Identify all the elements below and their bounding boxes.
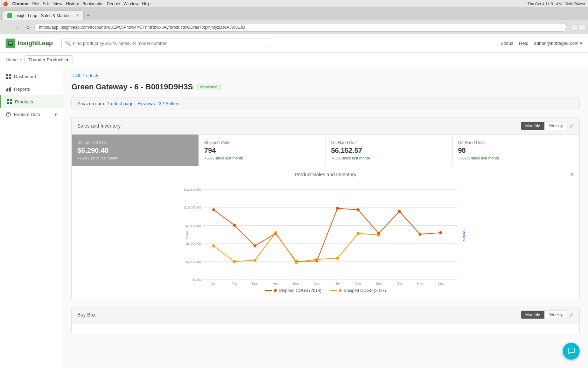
chart-menu-button[interactable]: ≡: [570, 172, 574, 178]
monitored-badge: Monitored: [197, 84, 220, 90]
svg-text:Feb: Feb: [231, 281, 237, 285]
os-menu-items: File Edit View History Bookmarks People …: [32, 1, 150, 6]
point-2017-7: [357, 232, 360, 235]
section-header-sales: Sales and Inventory Monthly Weekly ⤢: [72, 117, 579, 135]
sidebar-item-products[interactable]: Products: [0, 95, 63, 108]
url-text: https://app.insightleap.com/accounts/uUE…: [39, 25, 562, 30]
buy-box-content-placeholder: [72, 323, 579, 334]
dashboard-icon: [6, 74, 11, 79]
point-2018-0: [212, 208, 215, 211]
weekly-toggle-button[interactable]: Weekly: [545, 122, 567, 130]
point-2017-0: [212, 244, 215, 247]
legend-line-2018: [265, 290, 272, 291]
svg-rect-11: [7, 102, 9, 104]
stat-value-on-hand-units: 98: [458, 146, 574, 155]
svg-rect-5: [6, 89, 7, 91]
bookmarks-menu[interactable]: Bookmarks: [83, 1, 104, 6]
stat-value-shipped-cogs: $6,290.48: [77, 146, 193, 155]
amazon-links-bar: Amazon.com: Product page - Reviews - 3P …: [71, 97, 580, 110]
svg-text:Jan: Jan: [211, 281, 217, 285]
edit-menu[interactable]: Edit: [43, 1, 50, 6]
back-button[interactable]: ‹: [3, 23, 11, 32]
svg-text:Inventory: Inventory: [463, 228, 467, 242]
point-2018-2: [253, 244, 257, 247]
chat-button[interactable]: [563, 343, 580, 360]
search-icon: 🔍: [65, 41, 71, 46]
browser-nav-bar: ‹ › ↻ https://app.insightleap.com/accoun…: [0, 20, 588, 34]
stat-change-shipped-units: +65% since last month: [204, 156, 320, 160]
forward-button[interactable]: ›: [13, 23, 22, 32]
apple-menu[interactable]: 🍎: [3, 1, 8, 6]
header-right: Status Help admin@bottega8.com ▾: [500, 41, 582, 46]
stat-change-on-hand-units: +367% since last month: [458, 156, 574, 160]
explore-icon: [6, 111, 11, 117]
svg-rect-12: [10, 102, 12, 104]
buy-box-weekly-toggle[interactable]: Weekly: [545, 311, 567, 319]
stats-row: Shipped COGS $6,290.48 +163% since last …: [72, 135, 579, 166]
monthly-toggle-button[interactable]: Monthly: [521, 122, 545, 130]
point-2017-6: [336, 257, 339, 260]
help-link[interactable]: Help: [519, 41, 528, 46]
products-icon: [7, 99, 12, 104]
stat-on-hand-cost: On Hand Cost $6,152.57 +68% since last m…: [326, 135, 453, 166]
ext-icon-2: [579, 24, 585, 30]
url-bar[interactable]: https://app.insightleap.com/accounts/uUE…: [34, 23, 567, 32]
app-container: InsightLeap 🔍 Status Help admin@bottega8…: [0, 34, 588, 368]
logo-icon: [6, 39, 15, 48]
svg-rect-8: [10, 87, 11, 91]
app-header: InsightLeap 🔍 Status Help admin@bottega8…: [0, 34, 588, 53]
browser-extensions: [571, 24, 585, 30]
back-to-products-link[interactable]: < All Products: [71, 73, 580, 78]
buy-box-expand-button[interactable]: ⤢: [569, 312, 574, 318]
app-name[interactable]: Chrome: [12, 1, 28, 6]
point-2018-9: [398, 210, 401, 213]
svg-text:$12,500.00: $12,500.00: [184, 188, 201, 191]
point-2017-5: [315, 258, 318, 261]
main-layout: Dashboard Reports Products Exp: [0, 67, 588, 368]
3p-sellers-link[interactable]: 3P Sellers: [159, 101, 180, 106]
stat-label-on-hand-cost: On Hand Cost: [331, 140, 447, 145]
people-menu[interactable]: People: [107, 1, 120, 6]
svg-text:Jun: Jun: [314, 281, 320, 285]
tab-close-button[interactable]: ✕: [76, 13, 79, 18]
status-link[interactable]: Status: [500, 41, 513, 46]
file-menu[interactable]: File: [32, 1, 39, 6]
window-menu[interactable]: Window: [124, 1, 139, 6]
history-menu[interactable]: History: [66, 1, 79, 6]
stat-shipped-units: Shipped Units 794 +65% since last month: [199, 135, 326, 166]
legend-label-2017: Shipped COGS (2017): [344, 288, 386, 293]
buy-box-monthly-toggle[interactable]: Monthly: [521, 311, 545, 319]
user-menu[interactable]: admin@bottega8.com ▾: [534, 41, 582, 46]
svg-text:Mar: Mar: [252, 281, 258, 285]
breadcrumb-home[interactable]: Home: [6, 57, 18, 62]
product-page-link[interactable]: Product page: [106, 101, 133, 106]
account-dropdown[interactable]: Thunder Products ▾: [24, 55, 72, 64]
svg-text:Oct: Oct: [397, 281, 402, 285]
dropdown-chevron-icon: ▾: [66, 57, 69, 62]
search-input[interactable]: [73, 41, 267, 46]
svg-text:Dec: Dec: [438, 281, 443, 285]
stat-change-shipped-cogs: +163% since last month: [77, 156, 193, 160]
help-menu[interactable]: Help: [142, 1, 151, 6]
reviews-link[interactable]: Reviews: [138, 101, 155, 106]
reload-button[interactable]: ↻: [24, 23, 32, 32]
svg-rect-3: [6, 77, 8, 79]
browser-tab-active[interactable]: Insight Leap - Sales & Marketi... ✕: [3, 11, 84, 20]
sidebar-item-dashboard[interactable]: Dashboard: [0, 70, 63, 83]
svg-rect-7: [9, 88, 10, 91]
legend-2018: Shipped COGS (2018): [265, 288, 321, 293]
sales-section-title: Sales and Inventory: [77, 123, 121, 129]
svg-text:Aug: Aug: [355, 281, 361, 285]
stat-value-on-hand-cost: $6,152.57: [331, 146, 447, 155]
new-tab-button[interactable]: +: [84, 11, 92, 20]
view-menu[interactable]: View: [53, 1, 62, 6]
sidebar-item-explore[interactable]: Explore Data ▾: [0, 108, 63, 121]
buy-box-section: Buy Box Monthly Weekly ⤢: [71, 306, 580, 334]
sidebar-item-reports[interactable]: Reports: [0, 83, 63, 95]
expand-button[interactable]: ⤢: [569, 123, 574, 129]
tab-label: Insight Leap - Sales & Marketi...: [14, 13, 74, 18]
svg-rect-9: [7, 99, 9, 101]
svg-rect-2: [9, 74, 11, 76]
search-bar[interactable]: 🔍: [61, 39, 271, 48]
ext-icon-1: [571, 24, 578, 30]
